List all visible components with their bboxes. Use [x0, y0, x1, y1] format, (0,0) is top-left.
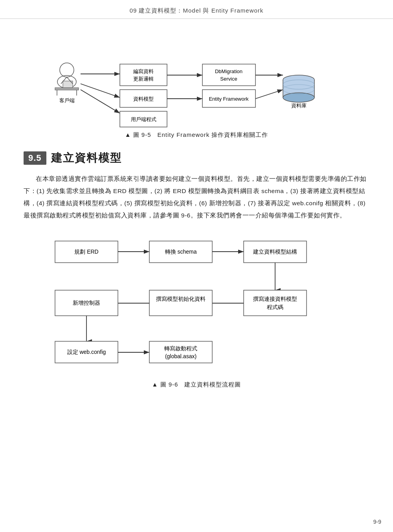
figure-6-diagram: 規劃 ERD 轉換 schema 建立資料模型結構 撰寫連接資料模型 程式碼 撰…	[43, 229, 350, 379]
svg-text:程式碼: 程式碼	[267, 304, 283, 310]
section-heading: 9.5 建立資料模型	[24, 151, 369, 166]
svg-line-26	[255, 90, 283, 99]
svg-text:DbMigration: DbMigration	[215, 68, 242, 74]
svg-text:(global.asax): (global.asax)	[165, 353, 196, 359]
header-text: 09 建立資料模型：Model 與 Entity Framework	[130, 7, 264, 14]
svg-text:轉換 schema: 轉換 schema	[165, 249, 197, 255]
page-number: 9-9	[373, 519, 381, 525]
svg-text:撰寫模型初始化資料: 撰寫模型初始化資料	[156, 296, 206, 302]
client-label: 客戶端	[59, 98, 75, 103]
svg-text:用戶端程式: 用戶端程式	[131, 116, 156, 122]
fig5-caption: ▲ 圖 9-5 Entity Framework 操作資料庫相關工作	[125, 131, 268, 139]
svg-rect-11	[120, 64, 167, 86]
svg-rect-2	[55, 88, 79, 90]
svg-rect-65	[149, 341, 212, 363]
figure-5-diagram: 客戶端 編寫資料 更新邏輯 資料模型 用戶端程式 DbMigr	[43, 39, 350, 129]
svg-text:Entity Framework: Entity Framework	[209, 96, 249, 102]
figure-6-container: 規劃 ERD 轉換 schema 建立資料模型結構 撰寫連接資料模型 程式碼 撰…	[24, 229, 369, 388]
svg-point-0	[60, 63, 74, 77]
svg-text:轉寫啟動程式: 轉寫啟動程式	[164, 345, 197, 352]
section-title: 建立資料模型	[51, 151, 122, 166]
svg-rect-52	[244, 290, 307, 316]
figure-5-container: 客戶端 編寫資料 更新邏輯 資料模型 用戶端程式 DbMigr	[24, 39, 369, 139]
svg-text:規劃 ERD: 規劃 ERD	[74, 249, 98, 255]
svg-text:新增控制器: 新增控制器	[73, 300, 100, 306]
svg-line-10	[81, 90, 120, 113]
section-number: 9.5	[24, 151, 46, 165]
svg-text:資料模型: 資料模型	[133, 96, 154, 102]
svg-text:編寫資料: 編寫資料	[133, 68, 154, 74]
fig6-caption: ▲ 圖 9-6 建立資料模型流程圖	[152, 381, 241, 388]
main-content: 客戶端 編寫資料 更新邏輯 資料模型 用戶端程式 DbMigr	[0, 19, 393, 408]
page-header: 09 建立資料模型：Model 與 Entity Framework	[0, 0, 393, 19]
svg-point-31	[283, 93, 314, 102]
svg-text:設定 web.config: 設定 web.config	[67, 349, 106, 355]
svg-text:更新邏輯: 更新邏輯	[133, 76, 154, 82]
body-text: 在本章節透過實作雲端訂票系統來引導讀者要如何建立一個資料模型。首先，建立一個資料…	[24, 173, 369, 221]
svg-rect-56	[149, 290, 212, 316]
svg-text:撰寫連接資料模型: 撰寫連接資料模型	[253, 296, 297, 302]
svg-rect-20	[202, 64, 255, 86]
svg-text:資料庫: 資料庫	[291, 103, 307, 109]
svg-text:建立資料模型結構: 建立資料模型結構	[253, 249, 297, 255]
svg-line-9	[81, 84, 120, 98]
svg-text:Service: Service	[220, 76, 237, 82]
